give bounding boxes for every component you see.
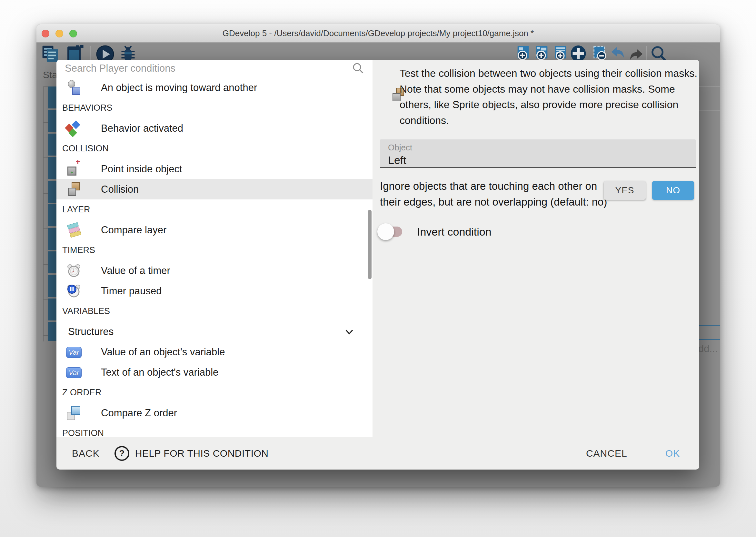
- icon-shape: [68, 188, 76, 196]
- list-item-label: Point inside object: [101, 163, 182, 175]
- icon-shape: [67, 167, 76, 176]
- list-item-label: An object is moving toward another: [101, 82, 257, 94]
- list-item-compare-zorder[interactable]: Compare Z order: [57, 403, 372, 423]
- section-label: LAYER: [62, 205, 90, 215]
- alarm-clock-paused-glyph: [66, 283, 82, 299]
- list-item-label: Compare layer: [101, 224, 167, 236]
- list-item-label: Collision: [101, 184, 139, 195]
- condition-list-pane: An object is moving toward another BEHAV…: [57, 60, 372, 437]
- icon-shape: [77, 160, 78, 164]
- list-item-timer-paused[interactable]: Timer paused: [57, 281, 372, 301]
- list-item-collision-selected[interactable]: Collision: [57, 179, 372, 199]
- search-input[interactable]: [64, 62, 352, 74]
- help-button[interactable]: ? HELP FOR THIS CONDITION: [115, 446, 269, 461]
- zoom-window-button[interactable]: [69, 30, 77, 37]
- list-item-label: Compare Z order: [101, 407, 177, 419]
- list-section-collision: COLLISION: [57, 139, 372, 159]
- timer-icon: [66, 263, 82, 278]
- variable-icon: Var: [66, 365, 82, 380]
- icon-shape: [71, 406, 80, 415]
- add-event-icon[interactable]: [515, 45, 532, 61]
- list-section-layer: LAYER: [57, 199, 372, 220]
- var-badge: Var: [66, 347, 82, 358]
- no-button[interactable]: NO: [652, 181, 694, 200]
- list-section-timers: TIMERS: [57, 240, 372, 261]
- section-label: Z ORDER: [62, 388, 101, 397]
- timer-paused-icon: [66, 283, 82, 299]
- collision-icon: [66, 182, 82, 197]
- list-item-moving-toward[interactable]: An object is moving toward another: [57, 77, 372, 98]
- section-label: TIMERS: [62, 245, 95, 255]
- ok-button[interactable]: OK: [665, 448, 680, 459]
- var-badge-text: Var: [69, 369, 79, 377]
- list-item-timer-value[interactable]: Value of a timer: [57, 261, 372, 281]
- list-item-variable-value[interactable]: Var Value of an object's variable: [57, 342, 372, 362]
- condition-detail-pane: Test the collision between two objects u…: [372, 60, 699, 437]
- list-item-structures[interactable]: Structures: [57, 321, 372, 342]
- search-icon: [352, 62, 365, 75]
- variable-icon: Var: [66, 344, 82, 360]
- var-badge-text: Var: [69, 349, 79, 356]
- back-button[interactable]: BACK: [72, 448, 100, 459]
- scene-tab-label[interactable]: Sta: [43, 69, 57, 80]
- help-question-icon: ?: [115, 446, 129, 461]
- add-comment-icon[interactable]: [552, 45, 569, 61]
- invert-condition-toggle[interactable]: [382, 226, 402, 237]
- search-events-icon[interactable]: [650, 45, 667, 62]
- list-item-label: Behavior activated: [101, 123, 183, 134]
- undo-icon[interactable]: [609, 45, 627, 62]
- yes-button[interactable]: YES: [604, 181, 646, 200]
- minimize-window-button[interactable]: [56, 30, 63, 37]
- icon-shape: [72, 87, 80, 95]
- object-field[interactable]: Object Left: [380, 140, 696, 168]
- list-section-variables: VARIABLES: [57, 301, 372, 321]
- invert-condition-row: Invert condition: [382, 223, 492, 241]
- alarm-clock-glyph: [66, 263, 82, 278]
- dialog-footer: BACK ? HELP FOR THIS CONDITION CANCEL OK: [57, 437, 699, 470]
- search-bar: [57, 60, 372, 77]
- object-field-label: Object: [388, 143, 696, 153]
- condition-list: An object is moving toward another BEHAV…: [57, 77, 372, 437]
- point-inside-icon: [66, 161, 82, 177]
- list-item-label: Timer paused: [101, 285, 162, 297]
- list-item-label: Text of an object's variable: [101, 367, 218, 378]
- delete-event-icon[interactable]: [591, 45, 608, 61]
- ignore-touching-label: Ignore objects that are touching each ot…: [380, 179, 617, 210]
- window-title: GDevelop 5 - /Users/david/Documents/GDev…: [223, 28, 534, 38]
- list-scrollbar-thumb[interactable]: [368, 210, 371, 279]
- close-window-button[interactable]: [42, 30, 49, 37]
- condition-description: Test the collision between two objects u…: [399, 65, 699, 128]
- event-sheet-condition-blocks: [48, 87, 57, 341]
- move-toward-icon: [66, 80, 82, 96]
- toggle-knob[interactable]: [377, 223, 394, 240]
- object-field-value: Left: [388, 154, 696, 167]
- behavior-icon: [66, 121, 82, 136]
- section-label: VARIABLES: [62, 306, 110, 316]
- compare-z-icon: [66, 405, 82, 421]
- list-item-label: Value of an object's variable: [101, 346, 225, 358]
- add-subevent-icon[interactable]: [533, 45, 550, 61]
- list-item-label: Value of a timer: [101, 265, 170, 276]
- list-section-zorder: Z ORDER: [57, 383, 372, 403]
- list-item-point-inside[interactable]: Point inside object: [57, 159, 372, 179]
- section-label: COLLISION: [62, 144, 109, 154]
- list-item-variable-text[interactable]: Var Text of an object's variable: [57, 362, 372, 383]
- var-badge: Var: [66, 367, 82, 378]
- redo-icon[interactable]: [627, 45, 645, 62]
- section-label: BEHAVIORS: [62, 103, 113, 113]
- layers-icon: [66, 222, 82, 238]
- section-label: POSITION: [62, 428, 104, 437]
- condition-editor-dialog: An object is moving toward another BEHAV…: [57, 60, 699, 470]
- list-item-compare-layer[interactable]: Compare layer: [57, 220, 372, 240]
- tree-label: Structures: [68, 326, 114, 338]
- ignore-touching-row: Ignore objects that are touching each ot…: [380, 179, 698, 217]
- help-button-label: HELP FOR THIS CONDITION: [135, 448, 269, 459]
- list-section-position: POSITION: [57, 423, 372, 437]
- invert-condition-label: Invert condition: [417, 226, 492, 238]
- add-action-label[interactable]: dd...: [698, 343, 718, 355]
- chevron-down-icon[interactable]: [344, 326, 355, 338]
- list-item-behavior-activated[interactable]: Behavior activated: [57, 118, 372, 139]
- cancel-button[interactable]: CANCEL: [586, 448, 627, 459]
- window-titlebar: GDevelop 5 - /Users/david/Documents/GDev…: [36, 24, 720, 43]
- icon-shape: [72, 171, 72, 174]
